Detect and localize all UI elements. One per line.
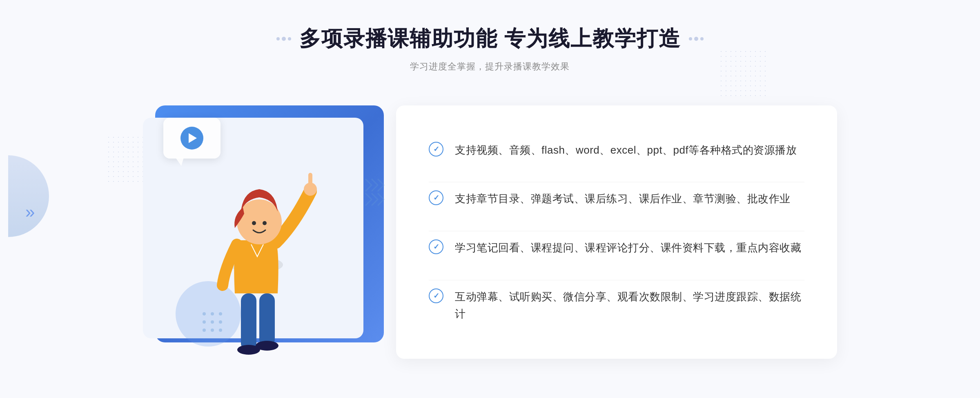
svg-point-15: [219, 320, 222, 324]
svg-point-9: [263, 221, 267, 225]
svg-point-13: [203, 320, 206, 324]
svg-point-18: [219, 329, 222, 332]
svg-point-14: [211, 320, 214, 324]
feature-item-4: ✓ 互动弹幕、试听购买、微信分享、观看次数限制、学习进度跟踪、数据统计: [429, 280, 804, 331]
svg-point-4: [256, 341, 278, 351]
checkmark-icon-2: ✓: [433, 194, 439, 201]
svg-point-10: [203, 312, 206, 315]
feature-item-3: ✓ 学习笔记回看、课程提问、课程评论打分、课件资料下载，重点内容收藏: [429, 231, 804, 265]
play-triangle: [189, 133, 197, 143]
play-button-icon[interactable]: [180, 127, 203, 150]
check-circle-4: ✓: [429, 288, 443, 303]
check-circle-1: ✓: [429, 142, 443, 157]
svg-point-8: [252, 221, 256, 225]
feature-text-2: 支持章节目录、弹题考试、课后练习、课后作业、章节测验、批改作业: [455, 190, 791, 208]
speech-bubble: [163, 118, 220, 159]
dot-pattern-right: [719, 49, 768, 98]
svg-point-12: [219, 312, 222, 315]
header-section: 多项录播课辅助功能 专为线上教学打造 学习进度全掌握，提升录播课教学效果: [276, 25, 704, 73]
stripe-decoration: [363, 175, 388, 209]
feature-item-1: ✓ 支持视频、音频、flash、word、excel、ppt、pdf等各种格式的…: [429, 134, 804, 167]
header-dots-left: [276, 37, 291, 41]
page-title: 多项录播课辅助功能 专为线上教学打造: [299, 25, 681, 53]
feature-text-4: 互动弹幕、试听购买、微信分享、观看次数限制、学习进度跟踪、数据统计: [455, 288, 804, 322]
checkmark-icon-4: ✓: [433, 292, 439, 300]
checkmark-icon-3: ✓: [433, 243, 439, 250]
checkmark-icon-1: ✓: [433, 145, 439, 153]
svg-rect-2: [259, 293, 275, 347]
chevron-icon: »: [25, 202, 35, 222]
illustration-wrapper: [143, 93, 421, 371]
svg-point-11: [211, 312, 214, 315]
feature-text-1: 支持视频、音频、flash、word、excel、ppt、pdf等各种格式的资源…: [455, 142, 797, 159]
check-circle-3: ✓: [429, 239, 443, 254]
figure-illustration: [184, 159, 331, 371]
svg-rect-1: [241, 293, 256, 351]
half-circle-decoration: [8, 155, 49, 237]
play-area: [163, 118, 220, 159]
features-panel: ✓ 支持视频、音频、flash、word、excel、ppt、pdf等各种格式的…: [396, 105, 837, 359]
feature-item-2: ✓ 支持章节目录、弹题考试、课后练习、课后作业、章节测验、批改作业: [429, 182, 804, 216]
feature-text-3: 学习笔记回看、课程提问、课程评论打分、课件资料下载，重点内容收藏: [455, 239, 801, 257]
check-circle-2: ✓: [429, 190, 443, 205]
page-subtitle: 学习进度全掌握，提升录播课教学效果: [276, 60, 704, 73]
svg-point-16: [203, 329, 206, 332]
svg-point-17: [211, 329, 214, 332]
header-dots-right: [689, 37, 704, 41]
page-container: » 多项录播课辅助功能 专为线上教学打造 学习进度全掌握，提升录播课教学效果: [0, 0, 980, 398]
main-content: ✓ 支持视频、音频、flash、word、excel、ppt、pdf等各种格式的…: [143, 93, 837, 371]
